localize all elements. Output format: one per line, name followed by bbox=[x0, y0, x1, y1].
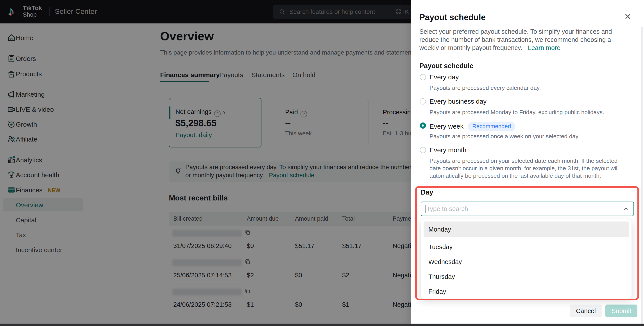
radio-every-day[interactable] bbox=[420, 74, 426, 80]
option-description: Payouts are processed every calendar day… bbox=[430, 84, 628, 92]
day-option-thursday[interactable]: Thursday bbox=[424, 269, 629, 284]
payout-schedule-modal: Payout schedule ✕ Select your preferred … bbox=[410, 0, 644, 326]
close-icon[interactable]: ✕ bbox=[624, 12, 631, 21]
cancel-button[interactable]: Cancel bbox=[570, 305, 602, 317]
modal-title: Payout schedule bbox=[420, 13, 486, 22]
radio-every-business-day[interactable] bbox=[420, 98, 426, 105]
day-field-label: Day bbox=[421, 188, 433, 196]
day-option-monday[interactable]: Monday bbox=[424, 221, 629, 237]
day-option-friday[interactable]: Friday bbox=[424, 284, 629, 299]
recommended-badge: Recommended bbox=[468, 122, 515, 131]
option-label[interactable]: Every weekRecommended bbox=[430, 122, 515, 131]
window-bottom-edge bbox=[0, 324, 644, 326]
option-description: Payouts are processed once a week on you… bbox=[430, 133, 628, 140]
option-description: Payouts are processed on your selected d… bbox=[430, 157, 628, 179]
text-caret bbox=[426, 205, 426, 213]
option-label[interactable]: Every month bbox=[430, 146, 466, 154]
submit-button[interactable]: Submit bbox=[606, 305, 638, 317]
option-label[interactable]: Every day bbox=[430, 73, 459, 81]
day-search-input[interactable] bbox=[421, 201, 634, 216]
radio-every-month[interactable] bbox=[420, 147, 426, 153]
schedule-section-title: Payout schedule bbox=[420, 62, 473, 70]
option-description: Payouts are processed Monday to Friday, … bbox=[430, 108, 628, 116]
radio-every-week[interactable] bbox=[420, 123, 426, 129]
day-option-wednesday[interactable]: Wednesday bbox=[424, 254, 629, 269]
learn-more-link[interactable]: Learn more bbox=[528, 44, 560, 51]
day-option-tuesday[interactable]: Tuesday bbox=[424, 239, 629, 254]
option-label[interactable]: Every business day bbox=[430, 98, 486, 105]
modal-scrollbar[interactable] bbox=[641, 27, 643, 325]
day-search-field[interactable] bbox=[426, 205, 622, 212]
modal-description: Select your preferred payout schedule. T… bbox=[420, 28, 624, 52]
day-dropdown-list: Monday Tuesday Wednesday Thursday Friday bbox=[421, 219, 632, 299]
chevron-up-icon[interactable] bbox=[622, 205, 629, 212]
